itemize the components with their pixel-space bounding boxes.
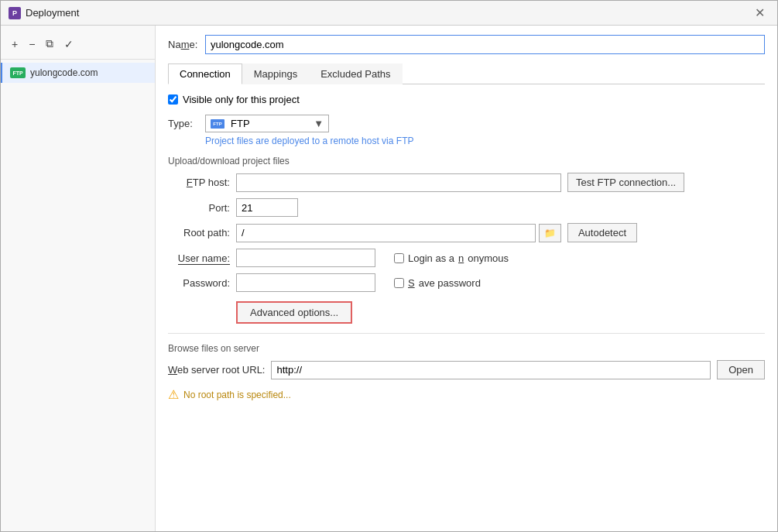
main-content: 服务器IP地址 ➜ 开放的端口号 ➜ 服务器端的文件夹路径 ➜ 登录服务器的用户… — [156, 26, 777, 531]
save-password-label: Save password — [408, 277, 481, 289]
window-body: + − ⧉ ✓ FTP yulongcode.com 服务器IP地址 ➜ — [1, 26, 777, 531]
username-input[interactable] — [236, 249, 375, 267]
name-row: Name: — [168, 35, 765, 54]
advanced-options-container: Advanced options... — [236, 301, 765, 324]
sidebar: + − ⧉ ✓ FTP yulongcode.com — [1, 26, 156, 531]
warning-icon: ⚠ — [168, 387, 179, 402]
name-label: Name: — [168, 39, 199, 50]
remove-button[interactable]: − — [24, 36, 39, 53]
type-hint: Project files are deployed to a remote h… — [168, 136, 765, 146]
browse-label: Browse files on server — [168, 343, 765, 354]
port-row: Port: — [168, 198, 765, 217]
add-button[interactable]: + — [7, 36, 22, 53]
type-label: Type: — [168, 118, 199, 129]
login-anonymous-row: Login as anonymous — [394, 252, 509, 264]
web-server-label: Web server root URL: — [168, 364, 265, 376]
root-path-label: Root path: — [168, 227, 230, 239]
app-icon: P — [9, 7, 21, 19]
type-ftp-icon: FTP — [211, 119, 224, 129]
ftp-host-input[interactable] — [236, 173, 561, 192]
tabs: Connection Mappings Excluded Paths — [168, 63, 765, 84]
visible-checkbox[interactable] — [168, 94, 178, 105]
root-path-row: Root path: 📁 Autodetect — [168, 223, 765, 242]
browse-section: Browse files on server Web server root U… — [168, 333, 765, 402]
name-input[interactable] — [205, 35, 765, 54]
username-label: User name: — [168, 252, 230, 264]
type-dropdown-arrow: ▼ — [314, 118, 324, 129]
advanced-options-button[interactable]: Advanced options... — [236, 301, 352, 324]
root-path-input[interactable] — [236, 224, 536, 242]
save-password-row: Save password — [394, 277, 481, 289]
tab-excluded-paths[interactable]: Excluded Paths — [309, 63, 402, 84]
warning-text: No root path is specified... — [183, 390, 291, 400]
password-label: Password: — [168, 277, 230, 289]
sidebar-toolbar: + − ⧉ ✓ — [1, 32, 155, 60]
ftp-host-row: FTP host: Test FTP connection... — [168, 173, 765, 192]
title-bar-left: P Deployment — [9, 7, 79, 19]
visible-label: Visible only for this project — [183, 94, 300, 105]
username-row: User name: Login as anonymous — [168, 249, 765, 267]
login-anonymous-label: Login as anonymous — [408, 252, 509, 264]
type-row: Type: FTP FTP ▼ — [168, 115, 765, 132]
window-title: Deployment — [26, 7, 79, 19]
upload-section-label: Upload/download project files — [168, 156, 765, 166]
type-select[interactable]: FTP FTP ▼ — [205, 115, 329, 132]
sidebar-item-label: yulongcode.com — [30, 67, 98, 78]
visible-checkbox-row: Visible only for this project — [168, 94, 765, 105]
password-input[interactable] — [236, 273, 375, 292]
ftp-icon: FTP — [10, 67, 26, 78]
sidebar-item-yulongcode[interactable]: FTP yulongcode.com — [1, 63, 155, 83]
password-row: Password: Save password — [168, 273, 765, 292]
warning-row: ⚠ No root path is specified... — [168, 387, 765, 402]
port-label: Port: — [168, 202, 230, 214]
check-button[interactable]: ✓ — [60, 36, 78, 53]
folder-browse-button[interactable]: 📁 — [539, 224, 561, 242]
type-value: FTP — [231, 118, 250, 129]
port-input[interactable] — [236, 198, 298, 217]
close-button[interactable]: ✕ — [750, 4, 769, 22]
autodetect-button[interactable]: Autodetect — [567, 223, 637, 242]
login-anonymous-checkbox[interactable] — [394, 253, 404, 263]
tab-connection[interactable]: Connection — [168, 63, 242, 84]
tab-mappings[interactable]: Mappings — [242, 63, 309, 84]
open-button[interactable]: Open — [717, 360, 765, 379]
ftp-host-label: FTP host: — [168, 177, 230, 188]
test-ftp-button[interactable]: Test FTP connection... — [567, 173, 684, 192]
title-bar: P Deployment ✕ — [1, 1, 777, 26]
web-server-row: Web server root URL: Open — [168, 360, 765, 379]
web-server-input[interactable] — [271, 361, 711, 379]
copy-button[interactable]: ⧉ — [41, 35, 58, 53]
save-password-checkbox[interactable] — [394, 278, 404, 288]
deployment-window: P Deployment ✕ + − ⧉ ✓ FTP yulongcode.co… — [0, 0, 778, 532]
